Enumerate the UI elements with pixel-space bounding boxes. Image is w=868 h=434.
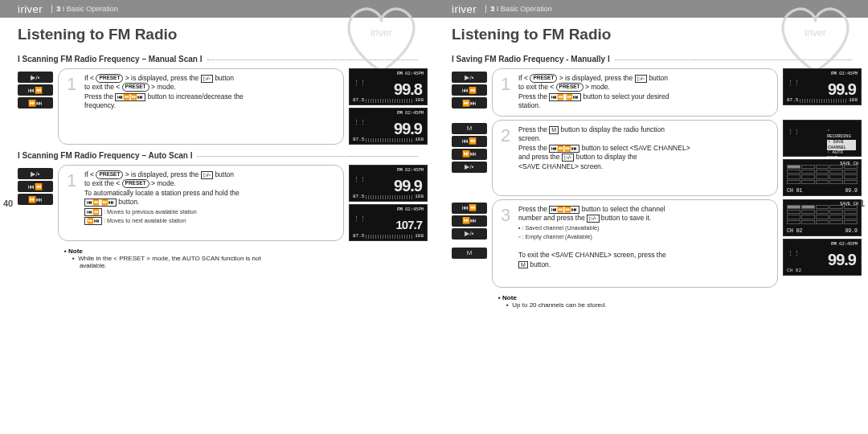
lcd-channel: CH 01: [787, 188, 803, 194]
step-number: 1: [501, 76, 518, 111]
step-card: 2 Press the M button to display the radi…: [492, 120, 778, 196]
button-column: ▶/▪ ⏮⏪ ⏩⏭: [452, 68, 489, 117]
page-left: iriver 3 I Basic Operation iriver Listen…: [0, 0, 434, 434]
step-block: ▶/▪ ⏮⏪ ⏩⏭ 1 If < PRESET > is displayed, …: [18, 165, 428, 241]
button-column: M ⏮⏪ ⏩⏭ ▶/▪: [452, 120, 489, 196]
lcd-time: 02:45PM: [405, 71, 424, 76]
note-block: ▪ Note ▪ While in the < PRESET > mode, t…: [64, 248, 434, 269]
lcd-column: FM 02:45PM ⋮⋮ 99.9 87.5108 FM 02:45PM ⋮⋮…: [349, 165, 428, 241]
menu-button-icon: M: [452, 123, 487, 134]
lcd-screen: FM 02:45PM ⋮⋮ 107.7 87.5108: [349, 204, 428, 241]
lcd-screen: FM 02:45PM ⋮⋮ 99.9 87.5108: [783, 68, 862, 105]
page-title: Listening to FM Radio: [452, 26, 868, 43]
dotted-rule: [615, 59, 852, 60]
prev-button-icon: ⏮⏪: [452, 84, 487, 96]
legend-text: : Moves to next available station: [102, 217, 186, 224]
step-text: If < PRESET > is displayed, press the ▷/…: [84, 74, 337, 139]
section-head-auto-scan: I Scanning FM Radio Frequency – Auto Sca…: [18, 151, 434, 160]
page-number-left: 40: [3, 199, 13, 208]
step-block: ⏮⏪ ⏩⏭ ▶/▪ M 3 Press the ⏮⏪⏩⏭ button to s…: [452, 199, 862, 288]
step-card: 1 If < PRESET > is displayed, press the …: [58, 165, 344, 241]
lcd-column: SAVE CH CH 0299.9 FM 02:45PM ⋮⋮ 99.9 CH …: [783, 199, 862, 288]
lcd-ch-freq: 99.9: [845, 188, 858, 194]
play-stop-icon: ▷/▫: [587, 215, 599, 223]
page-right: iriver 3 I Basic Operation iriver Listen…: [434, 0, 868, 434]
chapter-label: 3 I Basic Operation: [56, 5, 118, 13]
divider: [485, 5, 486, 13]
button-column: ⏮⏪ ⏩⏭ ▶/▪ M: [452, 199, 489, 288]
step-card: 1 If < PRESET > is displayed, press the …: [492, 68, 778, 117]
play-stop-button-icon: ▶/▪: [18, 72, 53, 83]
lcd-frequency: 99.8: [394, 80, 422, 99]
nav-icon: ⏮⏪ ⏩⏭: [84, 199, 117, 207]
next-button-icon: ⏩⏭: [18, 194, 53, 205]
lcd-menu-screen: ⋮⋮ ▫ RECORDING ▫ SAVE CHANNEL ▫ AUTO SAV…: [783, 120, 862, 157]
lcd-lo: 87.5: [353, 97, 364, 103]
button-column: ▶/▪ ⏮⏪ ⏩⏭: [18, 165, 55, 241]
lcd-scale: [366, 99, 413, 103]
nav-icon: ⏮⏪⏩⏭: [549, 145, 579, 153]
step-block: ▶/▪ ⏮⏪ ⏩⏭ 1 If < PRESET > is displayed, …: [452, 68, 862, 117]
chapter-number: 3: [56, 5, 60, 13]
menu-icon: M: [549, 126, 559, 134]
step-block: ▶/▪ ⏮⏪ ⏩⏭ 1 If < PRESET > is displayed, …: [18, 68, 428, 145]
legend-text: : Moves to previous available station: [102, 208, 197, 215]
nav-icon: ⏮⏪ ⏩⏭: [549, 93, 581, 101]
step-text: Press the M button to display the radio …: [518, 125, 771, 190]
prev-button-icon: ⏮⏪: [18, 84, 53, 96]
step-number: 1: [67, 172, 84, 235]
note-text: ▪ Up to 20 channels can be stored.: [506, 301, 868, 309]
dotted-rule: [197, 156, 418, 157]
lcd-channel: CH 02: [787, 268, 801, 273]
square-bullet-icon: ▪: [72, 255, 75, 262]
step-card: 1 If < PRESET > is displayed, press the …: [58, 68, 344, 145]
section-head-save-manually: I Saving FM Radio Frequency - Manually I: [452, 55, 868, 63]
preset-badge: PRESET: [530, 74, 557, 83]
menu-button-icon: M: [452, 248, 487, 259]
play-stop-button-icon: ▶/▪: [452, 228, 487, 240]
lcd-channel: CH 02: [787, 228, 803, 234]
square-bullet-icon: ▪: [64, 248, 67, 255]
menu-icon: M: [518, 261, 528, 269]
play-stop-icon: ▷/▫: [201, 75, 213, 83]
play-stop-button-icon: ▶/▪: [18, 168, 53, 179]
lcd-column: FM 02:45PM ⋮⋮ 99.8 87.5108 FM 02:45PM ⋮⋮…: [349, 68, 428, 145]
next-button-icon: ⏩⏭: [452, 97, 487, 108]
prev-button-icon: ⏮⏪: [18, 181, 53, 192]
section-title: I Scanning FM Radio Frequency – Auto Sca…: [18, 151, 192, 160]
button-column: ▶/▪ ⏮⏪ ⏩⏭: [18, 68, 55, 145]
step-number: 1: [67, 76, 84, 139]
lcd-frequency: 99.9: [394, 120, 422, 138]
preset-badge: PRESET: [122, 179, 149, 188]
nav-icon: ⏮⏪⏩⏭: [549, 206, 579, 214]
prev-icon: ⏮⏪: [84, 208, 102, 216]
lcd-hi: 108: [415, 97, 424, 103]
note-text: ▪ While in the < PRESET > mode, the AUTO…: [72, 255, 434, 269]
lcd-column: ⋮⋮ ▫ RECORDING ▫ SAVE CHANNEL ▫ AUTO SAV…: [783, 120, 862, 196]
section-title: I Saving FM Radio Frequency - Manually I: [452, 55, 610, 63]
play-stop-button-icon: ▶/▪: [452, 72, 487, 83]
step-card: 3 Press the ⏮⏪⏩⏭ button to select the ch…: [492, 199, 778, 288]
note-head: Note: [68, 248, 83, 255]
step-text: If < PRESET > is displayed, press the ▷/…: [84, 170, 337, 235]
step-text: Press the ⏮⏪⏩⏭ button to select the chan…: [518, 205, 771, 282]
lcd-indicators: ⋮⋮: [354, 80, 366, 86]
two-page-spread: iriver 3 I Basic Operation iriver Listen…: [0, 0, 868, 434]
next-button-icon: ⏩⏭: [452, 149, 487, 160]
preset-badge: PRESET: [119, 255, 145, 262]
brand-logo: iriver: [452, 3, 477, 15]
next-button-icon: ⏩⏭: [452, 215, 487, 227]
prev-button-icon: ⏮⏪: [452, 136, 487, 147]
step-block: M ⏮⏪ ⏩⏭ ▶/▪ 2 Press the M button to disp…: [452, 120, 862, 196]
preset-badge: PRESET: [96, 170, 123, 179]
dotted-rule: [207, 59, 419, 60]
play-stop-icon: ▷/▫: [635, 75, 647, 83]
square-bullet-icon: ▪: [498, 294, 501, 301]
legend-text: ▫ : Empty channel (Available): [518, 233, 592, 240]
lcd-frequency: 99.9: [828, 80, 856, 99]
preset-badge: PRESET: [556, 83, 583, 92]
preset-badge: PRESET: [96, 74, 123, 83]
lcd-screen: FM 02:45PM ⋮⋮ 99.9 87.5108: [349, 108, 428, 145]
play-stop-button-icon: ▶/▪: [452, 162, 487, 173]
chapter-text: Basic Operation: [67, 5, 118, 13]
